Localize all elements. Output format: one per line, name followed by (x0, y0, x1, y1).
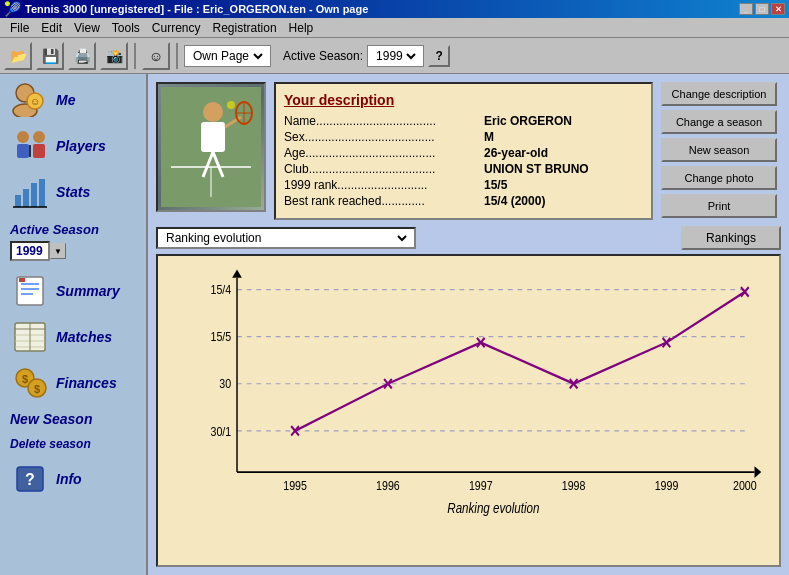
summary-icon (10, 273, 50, 309)
menu-currency[interactable]: Currency (146, 20, 207, 36)
season-selector-dropdown[interactable]: 1995 1996 1997 1998 1999 2000 (367, 45, 424, 67)
sidebar-item-info[interactable]: ? Info (4, 457, 142, 501)
active-season-label: Active Season: (283, 49, 363, 63)
title-bar: 🎾 Tennis 3000 [unregistered] - File : Er… (0, 0, 789, 18)
sidebar-item-stats[interactable]: Stats (4, 170, 142, 214)
svg-rect-11 (31, 183, 37, 207)
sidebar-item-new-season[interactable]: New Season (4, 407, 142, 431)
svg-point-34 (203, 102, 223, 122)
desc-age-row: Age.....................................… (284, 146, 643, 160)
svg-text:$: $ (22, 373, 28, 385)
info-icon: ? (10, 461, 50, 497)
desc-sex-row: Sex.....................................… (284, 130, 643, 144)
svg-text:15/5: 15/5 (211, 329, 232, 344)
desc-age-label: Age.....................................… (284, 146, 484, 160)
menu-registration[interactable]: Registration (207, 20, 283, 36)
year-dropdown-arrow[interactable]: ▼ (50, 243, 66, 259)
desc-club-value: UNION ST BRUNO (484, 162, 589, 176)
toolbar-btn-1[interactable]: 📂 (4, 42, 32, 70)
svg-rect-35 (201, 122, 225, 152)
sidebar-label-stats: Stats (56, 184, 90, 200)
svg-marker-49 (754, 466, 761, 478)
svg-point-6 (33, 131, 45, 143)
menu-help[interactable]: Help (283, 20, 320, 36)
svg-rect-10 (23, 189, 29, 207)
sidebar-label-finances: Finances (56, 375, 117, 391)
desc-rank-value: 15/5 (484, 178, 507, 192)
top-section: Your description Name...................… (156, 82, 781, 220)
svg-rect-9 (15, 195, 21, 207)
sidebar-item-matches[interactable]: Matches (4, 315, 142, 359)
svg-marker-50 (232, 270, 242, 278)
print-button[interactable]: Print (661, 194, 777, 218)
sidebar-item-summary[interactable]: Summary (4, 269, 142, 313)
svg-text:?: ? (25, 471, 35, 488)
finances-icon: $ $ (10, 365, 50, 401)
svg-rect-12 (39, 179, 45, 207)
svg-point-42 (227, 101, 235, 109)
sidebar-label-matches: Matches (56, 329, 112, 345)
chart-type-dropdown[interactable]: Ranking evolution Points evolution (156, 227, 416, 249)
desc-best-rank-value: 15/4 (2000) (484, 194, 545, 208)
svg-text:1997: 1997 (469, 478, 493, 493)
desc-sex-label: Sex.....................................… (284, 130, 484, 144)
photo-placeholder (158, 84, 264, 210)
menu-bar: File Edit View Tools Currency Registrati… (0, 18, 789, 38)
svg-text:30/1: 30/1 (211, 424, 232, 439)
svg-text:Ranking evolution: Ranking evolution (447, 500, 539, 516)
active-season-title: Active Season (10, 222, 136, 237)
svg-text:1995: 1995 (283, 478, 307, 493)
change-photo-button[interactable]: Change photo (661, 166, 777, 190)
description-box: Your description Name...................… (274, 82, 653, 220)
page-selector-dropdown[interactable]: Own Page Players Stats (184, 45, 271, 67)
rankings-button[interactable]: Rankings (681, 226, 781, 250)
desc-rank-label: 1999 rank........................... (284, 178, 484, 192)
close-button[interactable]: ✕ (771, 3, 785, 15)
year-display: 1999 (10, 241, 50, 261)
window-controls[interactable]: _ □ ✕ (739, 3, 785, 15)
menu-file[interactable]: File (4, 20, 35, 36)
main-container: ☺ Me Players (0, 74, 789, 575)
toolbar-smiley[interactable]: ☺ (142, 42, 170, 70)
maximize-button[interactable]: □ (755, 3, 769, 15)
chart-section: Ranking evolution Points evolution Ranki… (156, 226, 781, 567)
toolbar-btn-3[interactable]: 🖨️ (68, 42, 96, 70)
sidebar-label-summary: Summary (56, 283, 120, 299)
year-selector: 1999 ▼ (10, 241, 136, 261)
help-button[interactable]: ? (428, 45, 450, 67)
desc-rank-row: 1999 rank........................... 15/… (284, 178, 643, 192)
sidebar-item-players[interactable]: Players (4, 124, 142, 168)
desc-club-row: Club....................................… (284, 162, 643, 176)
svg-rect-7 (33, 144, 45, 158)
toolbar: 📂 💾 🖨️ 📸 ☺ Own Page Players Stats Active… (0, 38, 789, 74)
sidebar-item-finances[interactable]: $ $ Finances (4, 361, 142, 405)
stats-icon (10, 174, 50, 210)
toolbar-btn-4[interactable]: 📸 (100, 42, 128, 70)
menu-view[interactable]: View (68, 20, 106, 36)
sidebar-item-me[interactable]: ☺ Me (4, 78, 142, 122)
season-selector-select[interactable]: 1995 1996 1997 1998 1999 2000 (372, 48, 419, 64)
svg-text:1996: 1996 (376, 478, 400, 493)
sidebar-item-delete-season[interactable]: Delete season (4, 433, 142, 455)
change-season-button[interactable]: Change a season (661, 110, 777, 134)
svg-text:1998: 1998 (562, 478, 586, 493)
svg-rect-18 (19, 278, 25, 282)
sidebar-label-new-season: New Season (10, 411, 92, 427)
desc-best-rank-label: Best rank reached............. (284, 194, 484, 208)
toolbar-separator (134, 43, 136, 69)
toolbar-btn-2[interactable]: 💾 (36, 42, 64, 70)
menu-tools[interactable]: Tools (106, 20, 146, 36)
chart-type-select[interactable]: Ranking evolution Points evolution (162, 230, 410, 246)
svg-text:15/4: 15/4 (211, 282, 232, 297)
page-selector-select[interactable]: Own Page Players Stats (189, 48, 266, 64)
me-icon: ☺ (10, 82, 50, 118)
chart-area: 15/4 15/5 30 30/1 1995 1996 1997 1998 19… (156, 254, 781, 567)
desc-name-label: Name.................................... (284, 114, 484, 128)
menu-edit[interactable]: Edit (35, 20, 68, 36)
sidebar-label-delete-season: Delete season (10, 437, 91, 451)
chart-controls: Ranking evolution Points evolution Ranki… (156, 226, 781, 250)
minimize-button[interactable]: _ (739, 3, 753, 15)
change-description-button[interactable]: Change description (661, 82, 777, 106)
new-season-button[interactable]: New season (661, 138, 777, 162)
desc-sex-value: M (484, 130, 494, 144)
